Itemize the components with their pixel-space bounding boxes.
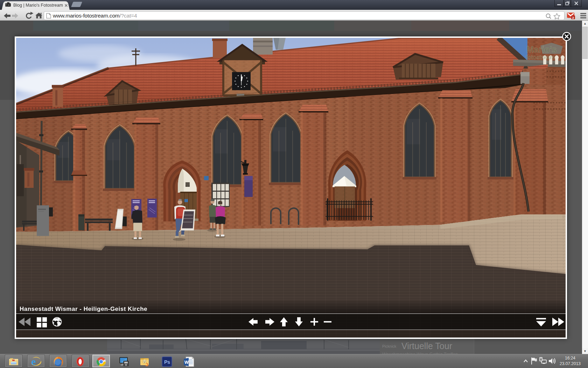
svg-text:W: W [184,360,189,365]
svg-text:Mario's: Mario's [526,45,557,54]
svg-text:Hansestadt Wismar - Heiligen-G: Hansestadt Wismar - Heiligen-Geist Kirch… [20,306,147,312]
svg-text:2: 2 [572,16,574,20]
svg-text:Ps: Ps [164,359,170,365]
svg-text:fotostream: fotostream [526,54,555,60]
